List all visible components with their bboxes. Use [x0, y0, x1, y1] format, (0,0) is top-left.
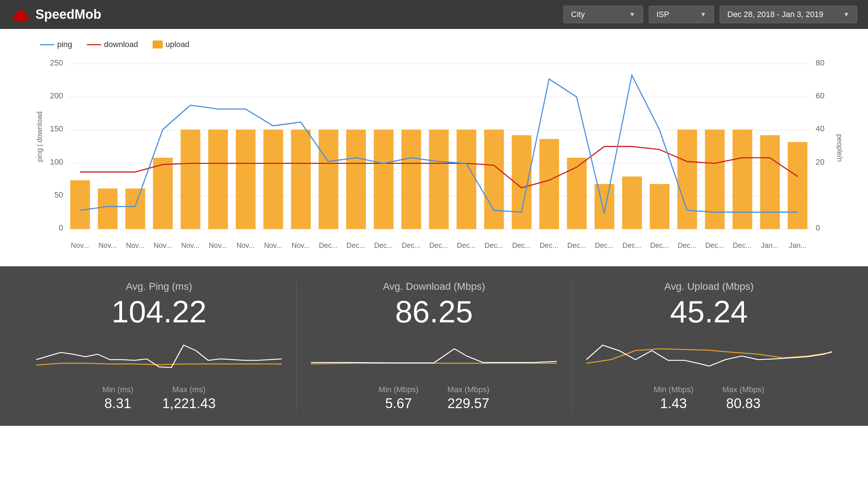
upload-min-max: Min (Mbps) 1.43 Max (Mbps) 80.83	[586, 385, 832, 411]
download-min-max: Min (Mbps) 5.67 Max (Mbps) 229.57	[311, 385, 557, 411]
upload-mini-svg	[586, 334, 832, 378]
isp-dropdown[interactable]: ISP ▼	[649, 6, 714, 23]
isp-dropdown-arrow: ▼	[700, 11, 706, 18]
upload-min-label: Min (Mbps)	[654, 385, 693, 394]
chart-svg-wrapper: 250 200 150 100 50 0 80 60 40 20 0	[40, 56, 828, 259]
svg-rect-32	[401, 130, 421, 229]
svg-rect-20	[70, 180, 90, 229]
isp-dropdown-label: ISP	[656, 10, 669, 19]
svg-text:Nov...: Nov...	[154, 241, 172, 249]
y-axis-right-label: people/n	[835, 134, 844, 162]
ping-min-value: 8.31	[102, 396, 133, 411]
svg-text:250: 250	[50, 58, 63, 67]
svg-rect-41	[650, 184, 670, 229]
svg-text:60: 60	[816, 91, 824, 101]
svg-text:Nov...: Nov...	[126, 241, 144, 249]
ping-mini-svg	[36, 334, 282, 378]
svg-text:Nov...: Nov...	[264, 241, 282, 249]
ping-min-label: Min (ms)	[102, 385, 133, 394]
svg-text:Dec...: Dec...	[733, 241, 752, 249]
ping-mini-chart	[36, 334, 282, 378]
svg-rect-38	[567, 158, 587, 229]
chart-container: ping | download people/n 250 200 150 100…	[18, 56, 850, 259]
svg-text:Jan...: Jan...	[761, 241, 778, 249]
download-min-value: 5.67	[379, 396, 418, 411]
svg-point-2	[13, 14, 29, 21]
svg-rect-35	[484, 130, 504, 229]
svg-text:Dec...: Dec...	[402, 241, 421, 249]
y-axis-left-label: ping | download	[35, 111, 44, 162]
legend-upload: upload	[153, 40, 190, 49]
download-mini-svg	[311, 334, 557, 378]
svg-rect-31	[374, 130, 394, 229]
svg-rect-22	[125, 188, 145, 229]
upload-legend-box	[153, 41, 163, 48]
svg-rect-45	[760, 135, 780, 229]
svg-rect-25	[208, 130, 228, 229]
upload-value: 45.24	[586, 296, 832, 327]
upload-card: Avg. Upload (Mbps) 45.24 Min (Mbps) 1.43…	[572, 281, 846, 411]
svg-text:Dec...: Dec...	[595, 241, 614, 249]
main-chart-svg: 250 200 150 100 50 0 80 60 40 20 0	[40, 56, 828, 259]
svg-text:Dec...: Dec...	[429, 241, 448, 249]
svg-text:Nov...: Nov...	[237, 241, 255, 249]
logo-icon	[11, 5, 30, 24]
ping-legend-line	[40, 44, 54, 45]
svg-text:50: 50	[54, 190, 63, 199]
ping-max-label: Max (ms)	[162, 385, 216, 394]
download-value: 86.25	[311, 296, 557, 327]
download-max: Max (Mbps) 229.57	[447, 385, 489, 411]
svg-text:Dec...: Dec...	[319, 241, 338, 249]
ping-card: Avg. Ping (ms) 104.22 Min (ms) 8.31 Max …	[22, 281, 297, 411]
svg-text:100: 100	[50, 157, 63, 166]
svg-rect-30	[346, 130, 366, 229]
svg-rect-46	[788, 142, 808, 229]
svg-text:Dec...: Dec...	[705, 241, 724, 249]
svg-text:80: 80	[816, 58, 824, 67]
download-card: Avg. Download (Mbps) 86.25 Min (Mbps) 5.…	[297, 281, 571, 411]
date-dropdown[interactable]: Dec 28, 2018 - Jan 3, 2019 ▼	[720, 6, 857, 23]
svg-text:Dec...: Dec...	[374, 241, 393, 249]
download-min: Min (Mbps) 5.67	[379, 385, 418, 411]
download-max-value: 229.57	[447, 396, 489, 411]
svg-rect-43	[705, 130, 725, 229]
svg-rect-37	[539, 139, 559, 229]
date-dropdown-label: Dec 28, 2018 - Jan 3, 2019	[727, 10, 823, 19]
city-dropdown[interactable]: City ▼	[563, 6, 643, 23]
svg-text:Jan...: Jan...	[789, 241, 807, 249]
ping-max: Max (ms) 1,221.43	[162, 385, 216, 411]
svg-rect-23	[153, 158, 173, 229]
legend-ping: ping	[40, 40, 72, 49]
svg-text:Dec...: Dec...	[622, 241, 641, 249]
svg-rect-24	[180, 130, 200, 229]
svg-text:Nov...: Nov...	[292, 241, 310, 249]
upload-legend-label: upload	[166, 40, 190, 49]
svg-rect-26	[236, 130, 256, 229]
upload-max-label: Max (Mbps)	[722, 385, 764, 394]
svg-rect-21	[98, 188, 118, 229]
upload-mini-chart	[586, 334, 832, 378]
app-title: SpeedMob	[35, 7, 101, 22]
download-legend-line	[87, 44, 101, 45]
ping-min-max: Min (ms) 8.31 Max (ms) 1,221.43	[36, 385, 282, 411]
legend-download: download	[87, 40, 138, 49]
city-dropdown-label: City	[571, 10, 585, 19]
header: SpeedMob City ▼ ISP ▼ Dec 28, 2018 - Jan…	[0, 0, 868, 29]
ping-value: 104.22	[36, 296, 282, 327]
download-label: Avg. Download (Mbps)	[311, 281, 557, 292]
svg-text:Dec...: Dec...	[457, 241, 476, 249]
svg-text:Dec...: Dec...	[540, 241, 558, 249]
svg-rect-33	[429, 130, 449, 229]
svg-text:Dec...: Dec...	[678, 241, 697, 249]
download-legend-label: download	[104, 40, 138, 49]
svg-text:0: 0	[59, 223, 63, 233]
upload-label: Avg. Upload (Mbps)	[586, 281, 832, 292]
date-dropdown-arrow: ▼	[843, 11, 850, 18]
svg-text:Dec...: Dec...	[650, 241, 669, 249]
svg-text:Nov...: Nov...	[181, 241, 199, 249]
svg-text:Dec...: Dec...	[512, 241, 531, 249]
svg-text:20: 20	[816, 157, 824, 166]
svg-rect-27	[263, 130, 283, 229]
svg-rect-42	[677, 130, 697, 229]
header-dropdowns: City ▼ ISP ▼ Dec 28, 2018 - Jan 3, 2019 …	[563, 6, 857, 23]
